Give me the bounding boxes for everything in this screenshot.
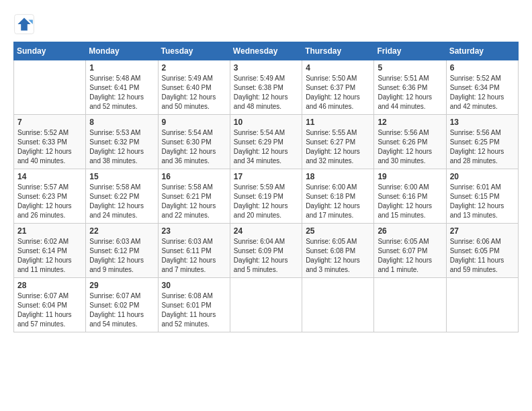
day-number: 16 [162, 172, 226, 181]
day-number: 19 [378, 172, 442, 181]
weekday-header: Wednesday [230, 42, 302, 60]
day-info: Sunrise: 5:54 AM Sunset: 6:29 PM Dayligh… [234, 128, 298, 166]
weekday-header: Saturday [446, 42, 518, 60]
header-row: SundayMondayTuesdayWednesdayThursdayFrid… [14, 42, 519, 60]
day-info: Sunrise: 5:57 AM Sunset: 6:23 PM Dayligh… [17, 183, 82, 220]
calendar-cell: 21Sunrise: 6:02 AM Sunset: 6:14 PM Dayli… [14, 224, 86, 278]
weekday-header: Thursday [302, 42, 374, 60]
day-number: 3 [234, 63, 298, 73]
day-number: 30 [162, 281, 226, 290]
calendar-week-row: 21Sunrise: 6:02 AM Sunset: 6:14 PM Dayli… [14, 224, 519, 278]
day-number: 21 [17, 226, 82, 236]
calendar-cell: 30Sunrise: 6:08 AM Sunset: 6:01 PM Dayli… [158, 278, 230, 332]
calendar-cell: 17Sunrise: 5:59 AM Sunset: 6:19 PM Dayli… [230, 169, 302, 224]
calendar-cell [230, 278, 302, 332]
day-info: Sunrise: 5:59 AM Sunset: 6:19 PM Dayligh… [234, 183, 298, 220]
day-number: 25 [306, 226, 370, 236]
day-number: 18 [306, 172, 370, 181]
weekday-header: Sunday [14, 42, 86, 60]
day-info: Sunrise: 5:56 AM Sunset: 6:25 PM Dayligh… [450, 128, 515, 166]
day-info: Sunrise: 5:53 AM Sunset: 6:32 PM Dayligh… [89, 128, 154, 166]
day-number: 1 [89, 63, 154, 73]
day-number: 11 [306, 118, 370, 127]
calendar-cell [446, 278, 518, 332]
day-number: 4 [306, 63, 370, 73]
calendar-cell [374, 278, 446, 332]
calendar-cell: 4Sunrise: 5:50 AM Sunset: 6:37 PM Daylig… [302, 60, 374, 115]
day-number: 12 [378, 118, 442, 127]
calendar-cell: 8Sunrise: 5:53 AM Sunset: 6:32 PM Daylig… [86, 115, 158, 169]
calendar-cell: 24Sunrise: 6:04 AM Sunset: 6:09 PM Dayli… [230, 224, 302, 278]
day-number: 17 [234, 172, 298, 181]
calendar-cell: 2Sunrise: 5:49 AM Sunset: 6:40 PM Daylig… [158, 60, 230, 115]
day-info: Sunrise: 5:52 AM Sunset: 6:34 PM Dayligh… [450, 74, 515, 111]
day-info: Sunrise: 6:01 AM Sunset: 6:15 PM Dayligh… [450, 183, 515, 220]
calendar-cell: 25Sunrise: 6:05 AM Sunset: 6:08 PM Dayli… [302, 224, 374, 278]
day-number: 8 [89, 118, 154, 127]
day-number: 2 [162, 63, 226, 73]
calendar-week-row: 7Sunrise: 5:52 AM Sunset: 6:33 PM Daylig… [14, 115, 519, 169]
day-info: Sunrise: 5:55 AM Sunset: 6:27 PM Dayligh… [306, 128, 370, 166]
day-info: Sunrise: 5:56 AM Sunset: 6:26 PM Dayligh… [378, 128, 442, 166]
calendar-cell: 20Sunrise: 6:01 AM Sunset: 6:15 PM Dayli… [446, 169, 518, 224]
day-number: 26 [378, 226, 442, 236]
day-info: Sunrise: 5:50 AM Sunset: 6:37 PM Dayligh… [306, 74, 370, 111]
day-info: Sunrise: 5:54 AM Sunset: 6:30 PM Dayligh… [162, 128, 226, 166]
calendar-cell: 6Sunrise: 5:52 AM Sunset: 6:34 PM Daylig… [446, 60, 518, 115]
day-info: Sunrise: 6:03 AM Sunset: 6:12 PM Dayligh… [89, 237, 154, 275]
calendar-cell: 7Sunrise: 5:52 AM Sunset: 6:33 PM Daylig… [14, 115, 86, 169]
day-number: 28 [17, 281, 82, 290]
calendar-cell: 22Sunrise: 6:03 AM Sunset: 6:12 PM Dayli… [86, 224, 158, 278]
day-number: 14 [17, 172, 82, 181]
day-number: 7 [17, 118, 82, 127]
calendar-cell: 12Sunrise: 5:56 AM Sunset: 6:26 PM Dayli… [374, 115, 446, 169]
calendar-cell: 23Sunrise: 6:03 AM Sunset: 6:11 PM Dayli… [158, 224, 230, 278]
logo-icon [13, 13, 35, 35]
day-info: Sunrise: 6:07 AM Sunset: 6:04 PM Dayligh… [17, 291, 82, 329]
day-info: Sunrise: 6:07 AM Sunset: 6:02 PM Dayligh… [89, 291, 154, 329]
day-info: Sunrise: 6:00 AM Sunset: 6:16 PM Dayligh… [378, 183, 442, 220]
calendar-cell: 15Sunrise: 5:58 AM Sunset: 6:22 PM Dayli… [86, 169, 158, 224]
day-number: 13 [450, 118, 515, 127]
day-number: 9 [162, 118, 226, 127]
day-number: 29 [89, 281, 154, 290]
day-number: 23 [162, 226, 226, 236]
day-info: Sunrise: 5:58 AM Sunset: 6:22 PM Dayligh… [89, 183, 154, 220]
day-number: 15 [89, 172, 154, 181]
day-info: Sunrise: 6:04 AM Sunset: 6:09 PM Dayligh… [234, 237, 298, 275]
day-number: 22 [89, 226, 154, 236]
day-info: Sunrise: 5:49 AM Sunset: 6:40 PM Dayligh… [162, 74, 226, 111]
page-header [13, 13, 519, 35]
calendar-cell: 16Sunrise: 5:58 AM Sunset: 6:21 PM Dayli… [158, 169, 230, 224]
calendar-cell: 27Sunrise: 6:06 AM Sunset: 6:05 PM Dayli… [446, 224, 518, 278]
calendar-body: 1Sunrise: 5:48 AM Sunset: 6:41 PM Daylig… [14, 60, 519, 332]
calendar-cell [14, 60, 86, 115]
day-number: 20 [450, 172, 515, 181]
calendar-week-row: 1Sunrise: 5:48 AM Sunset: 6:41 PM Daylig… [14, 60, 519, 115]
day-info: Sunrise: 6:05 AM Sunset: 6:07 PM Dayligh… [378, 237, 442, 275]
day-number: 5 [378, 63, 442, 73]
weekday-header: Friday [374, 42, 446, 60]
calendar-header: SundayMondayTuesdayWednesdayThursdayFrid… [14, 42, 519, 60]
day-number: 24 [234, 226, 298, 236]
day-info: Sunrise: 6:08 AM Sunset: 6:01 PM Dayligh… [162, 291, 226, 329]
calendar-cell: 28Sunrise: 6:07 AM Sunset: 6:04 PM Dayli… [14, 278, 86, 332]
calendar-cell: 3Sunrise: 5:49 AM Sunset: 6:38 PM Daylig… [230, 60, 302, 115]
day-number: 6 [450, 63, 515, 73]
calendar-cell: 18Sunrise: 6:00 AM Sunset: 6:18 PM Dayli… [302, 169, 374, 224]
calendar-cell: 11Sunrise: 5:55 AM Sunset: 6:27 PM Dayli… [302, 115, 374, 169]
calendar-cell: 19Sunrise: 6:00 AM Sunset: 6:16 PM Dayli… [374, 169, 446, 224]
day-info: Sunrise: 5:48 AM Sunset: 6:41 PM Dayligh… [89, 74, 154, 111]
calendar-cell [302, 278, 374, 332]
calendar-cell: 29Sunrise: 6:07 AM Sunset: 6:02 PM Dayli… [86, 278, 158, 332]
day-info: Sunrise: 6:05 AM Sunset: 6:08 PM Dayligh… [306, 237, 370, 275]
day-info: Sunrise: 5:58 AM Sunset: 6:21 PM Dayligh… [162, 183, 226, 220]
calendar-week-row: 14Sunrise: 5:57 AM Sunset: 6:23 PM Dayli… [14, 169, 519, 224]
day-info: Sunrise: 6:02 AM Sunset: 6:14 PM Dayligh… [17, 237, 82, 275]
day-number: 10 [234, 118, 298, 127]
day-info: Sunrise: 6:03 AM Sunset: 6:11 PM Dayligh… [162, 237, 226, 275]
logo [13, 13, 38, 35]
calendar-cell: 1Sunrise: 5:48 AM Sunset: 6:41 PM Daylig… [86, 60, 158, 115]
weekday-header: Monday [86, 42, 158, 60]
day-info: Sunrise: 5:51 AM Sunset: 6:36 PM Dayligh… [378, 74, 442, 111]
